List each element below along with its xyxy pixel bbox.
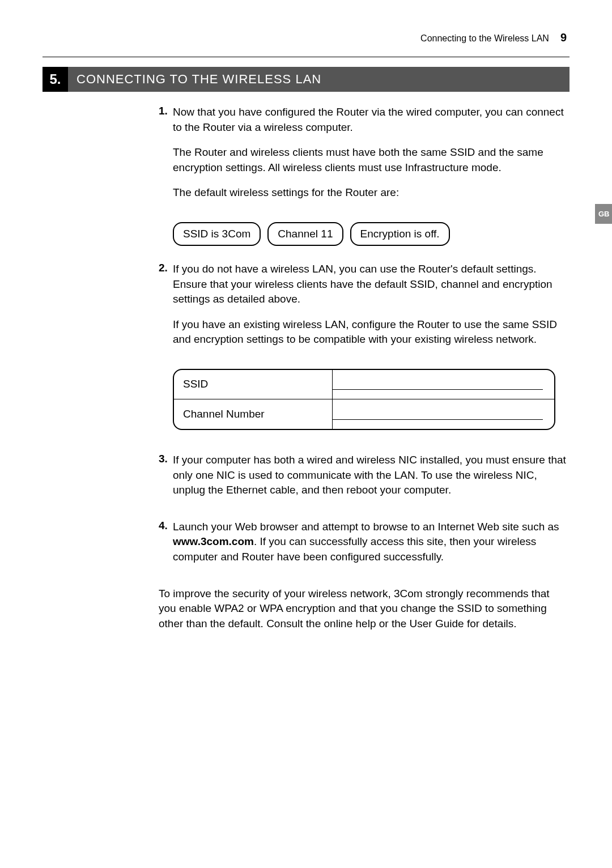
step-number: 3. [159, 453, 173, 465]
section-header: 5. CONNECTING TO THE WIRELESS LAN [42, 67, 570, 92]
paragraph: Now that you have configured the Router … [173, 105, 570, 135]
step-number: 2. [159, 262, 173, 274]
step-number: 4. [159, 520, 173, 532]
table-label-ssid: SSID [174, 370, 333, 399]
step-body: If your computer has both a wired and wi… [173, 453, 570, 508]
section-title: CONNECTING TO THE WIRELESS LAN [68, 67, 570, 92]
paragraph: If you do not have a wireless LAN, you c… [173, 262, 570, 307]
paragraph: If your computer has both a wired and wi… [173, 453, 570, 498]
table-row: Channel Number [174, 399, 554, 429]
pill-encryption: Encryption is off. [350, 222, 450, 246]
url-text: www.3com.com [173, 535, 254, 547]
table-label-channel: Channel Number [174, 399, 333, 429]
pill-channel: Channel 11 [267, 222, 343, 246]
settings-table: SSID Channel Number [173, 369, 555, 430]
step-body: Now that you have configured the Router … [173, 105, 570, 211]
step-3: 3. If your computer has both a wired and… [159, 453, 570, 508]
paragraph: The Router and wireless clients must hav… [173, 145, 570, 175]
step-2: 2. If you do not have a wireless LAN, yo… [159, 262, 570, 358]
table-value-channel[interactable] [333, 404, 543, 420]
language-tab: GB [595, 204, 612, 224]
header-rule [42, 57, 570, 57]
step-1: 1. Now that you have configured the Rout… [159, 105, 570, 211]
step-body: If you do not have a wireless LAN, you c… [173, 262, 570, 358]
page-number: 9 [560, 31, 567, 44]
text: Launch your Web browser and attempt to b… [173, 521, 559, 533]
step-body: Launch your Web browser and attempt to b… [173, 520, 570, 575]
pill-ssid: SSID is 3Com [173, 222, 261, 246]
paragraph: If you have an existing wireless LAN, co… [173, 317, 570, 347]
step-number: 1. [159, 105, 173, 117]
page-header: Connecting to the Wireless LAN 9 [420, 31, 567, 44]
step-4: 4. Launch your Web browser and attempt t… [159, 520, 570, 575]
paragraph: The default wireless settings for the Ro… [173, 185, 570, 201]
page-header-title: Connecting to the Wireless LAN [420, 33, 549, 44]
table-row: SSID [174, 370, 554, 399]
section-number: 5. [42, 67, 68, 92]
table-value-ssid[interactable] [333, 374, 543, 390]
paragraph: Launch your Web browser and attempt to b… [173, 520, 570, 565]
default-settings-pills: SSID is 3Com Channel 11 Encryption is of… [173, 222, 570, 246]
closing-paragraph: To improve the security of your wireless… [159, 586, 570, 632]
content-area: 1. Now that you have configured the Rout… [159, 105, 570, 631]
